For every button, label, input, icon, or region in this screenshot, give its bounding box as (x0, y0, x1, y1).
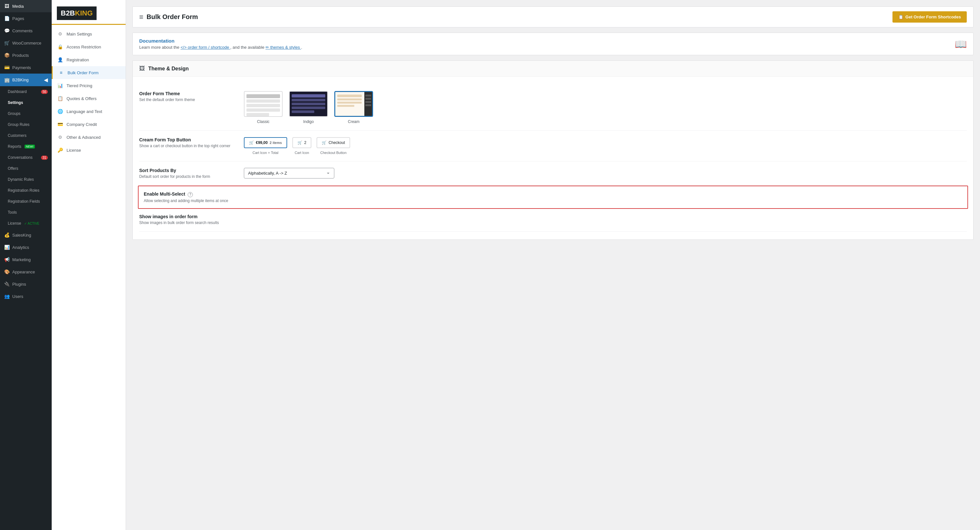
theme-design-section: 🖼 Theme & Design Order Form Theme Set th… (132, 60, 974, 240)
order-form-link[interactable]: </> order form / shortcode (181, 45, 230, 50)
main-content: ≡ Bulk Order Form 📋 Get Order Form Short… (126, 0, 980, 530)
settings-icon: ⚙ (57, 31, 63, 37)
indigo-label: Indigo (303, 119, 314, 124)
sidebar-item-conversations[interactable]: Conversations 31 (0, 152, 52, 163)
indigo-preview (289, 91, 328, 117)
multi-select-label-col: Enable Multi-Select ? Allow selecting an… (144, 191, 241, 203)
themes-styles-link[interactable]: ✏ themes & styles (266, 45, 301, 50)
sidebar-item-license[interactable]: License ✓ ACTIVE (0, 218, 52, 229)
sidebar-item-plugins[interactable]: 🔌 Plugins (0, 278, 52, 290)
order-form-theme-row: Order Form Theme Set the default order f… (139, 84, 967, 131)
cream-sidebar-strip (364, 92, 372, 116)
show-images-control (244, 214, 967, 219)
sort-select[interactable]: Alphabetically, A -> Z Alphabetically, Z… (244, 168, 334, 178)
order-form-theme-desc: Set the default order form theme (139, 97, 236, 102)
sidebar-item-reports[interactable]: Reports NEW! (0, 141, 52, 152)
quotes-icon: 📋 (57, 95, 63, 102)
language-icon: 🌐 (57, 108, 63, 114)
nav-item-other-advanced[interactable]: ⚙ Other & Advanced (52, 131, 126, 144)
multi-select-control (248, 191, 962, 196)
person-icon: 👤 (57, 57, 63, 63)
sort-label-col: Sort Products By Default sort order for … (139, 168, 236, 179)
theme-indigo[interactable]: Indigo (289, 91, 328, 124)
left-sidebar: 🖼 Media 📄 Pages 💬 Comments 🛒 WooCommerce… (0, 0, 52, 530)
sidebar-item-customers[interactable]: Customers (0, 130, 52, 141)
nav-item-tiered-pricing[interactable]: 📊 Tiered Pricing (52, 79, 126, 92)
sidebar-item-salesking[interactable]: 💰 SalesKing (0, 229, 52, 241)
salesking-icon: 💰 (4, 232, 10, 238)
b2bking-icon: 🏢 (4, 77, 10, 83)
section-icon: 🖼 (139, 65, 145, 72)
nav-item-registration[interactable]: 👤 Registration (52, 53, 126, 66)
nav-item-company-credit[interactable]: 💳 Company Credit (52, 118, 126, 131)
cart-icon: 🛒 (249, 140, 254, 145)
btn-checkout[interactable]: 🛒 Checkout Checkout Button (317, 137, 350, 155)
sidebar-item-comments[interactable]: 💬 Comments (0, 25, 52, 37)
sidebar-item-analytics[interactable]: 📊 Analytics (0, 241, 52, 253)
sidebar-item-woocommerce[interactable]: 🛒 WooCommerce (0, 37, 52, 49)
theme-label-col: Order Form Theme Set the default order f… (139, 91, 236, 102)
appearance-icon: 🎨 (4, 269, 10, 275)
analytics-icon: 📊 (4, 244, 10, 250)
new-badge: NEW! (25, 144, 35, 149)
theme-cream[interactable]: Cream (334, 91, 373, 124)
section-title: Theme & Design (148, 66, 189, 71)
cart-icon2: 🛒 (298, 140, 302, 145)
sort-control: Alphabetically, A -> Z Alphabetically, Z… (244, 168, 967, 178)
b2bking-logo[interactable]: B2BKING (57, 6, 97, 20)
sidebar-item-products[interactable]: 📦 Products (0, 49, 52, 61)
cart-icon-preview: 🛒 2 (292, 137, 312, 148)
cart-total-label: Cart Icon + Total (253, 151, 278, 155)
page-title: Bulk Order Form (146, 13, 198, 21)
sidebar-item-tools[interactable]: Tools (0, 207, 52, 218)
nav-item-bulk-order-form[interactable]: ≡ Bulk Order Form (52, 66, 126, 79)
sidebar-item-registration-roles[interactable]: Registration Roles (0, 185, 52, 196)
nav-item-language-text[interactable]: 🌐 Language and Text (52, 105, 126, 118)
shortcodes-btn-icon: 📋 (898, 14, 904, 19)
sidebar-item-offers[interactable]: Offers (0, 163, 52, 174)
sidebar-item-dynamic-rules[interactable]: Dynamic Rules (0, 174, 52, 185)
cream-btn-desc: Show a cart or checkout button in the to… (139, 144, 236, 148)
cream-btn-label-col: Cream Form Top Button Show a cart or che… (139, 137, 236, 148)
sidebar-item-users[interactable]: 👥 Users (0, 290, 52, 302)
sidebar-item-appearance[interactable]: 🎨 Appearance (0, 266, 52, 278)
theme-classic[interactable]: Classic (244, 91, 283, 124)
products-icon: 📦 (4, 52, 10, 58)
documentation-icon: 📖 (955, 38, 967, 50)
media-icon: 🖼 (4, 3, 10, 9)
users-icon: 👥 (4, 294, 10, 299)
sidebar-item-registration-fields[interactable]: Registration Fields (0, 196, 52, 207)
theme-options: Classic Indigo (244, 91, 373, 124)
payments-icon: 💳 (4, 65, 10, 70)
checkout-label: Checkout Button (320, 151, 346, 155)
multi-select-help-icon[interactable]: ? (188, 192, 193, 197)
btn-cart-icon[interactable]: 🛒 2 Cart Icon (292, 137, 312, 155)
doc-card-title: Documentation (139, 38, 302, 44)
sidebar-item-marketing[interactable]: 📢 Marketing (0, 253, 52, 266)
sidebar-item-settings[interactable]: Settings (0, 97, 52, 108)
nav-item-quotes-offers[interactable]: 📋 Quotes & Offers (52, 92, 126, 105)
nav-item-license[interactable]: 🔑 License (52, 144, 126, 157)
page-header: ≡ Bulk Order Form 📋 Get Order Form Short… (132, 6, 974, 27)
tiered-pricing-icon: 📊 (57, 82, 63, 89)
sort-products-row: Sort Products By Default sort order for … (139, 161, 967, 186)
sidebar-item-groups[interactable]: Groups (0, 108, 52, 119)
cream-preview (334, 91, 373, 117)
get-shortcodes-button[interactable]: 📋 Get Order Form Shortcodes (892, 11, 967, 22)
sidebar-item-payments[interactable]: 💳 Payments (0, 61, 52, 74)
nav-item-access-restriction[interactable]: 🔒 Access Restriction (52, 40, 126, 53)
pages-icon: 📄 (4, 16, 10, 21)
show-images-label-col: Show images in order form Show images in… (139, 214, 236, 225)
section-header: 🖼 Theme & Design (133, 61, 973, 77)
sidebar-item-pages[interactable]: 📄 Pages (0, 12, 52, 25)
checkout-preview: 🛒 Checkout (317, 137, 350, 148)
sidebar-item-group-rules[interactable]: Group Rules (0, 119, 52, 130)
sidebar-item-b2bking[interactable]: 🏢 B2BKing ◀ (0, 74, 52, 86)
nav-item-main-settings[interactable]: ⚙ Main Settings (52, 27, 126, 40)
sidebar-item-media[interactable]: 🖼 Media (0, 0, 52, 12)
section-body: Order Form Theme Set the default order f… (133, 77, 973, 240)
plugins-icon: 🔌 (4, 281, 10, 287)
btn-cart-total[interactable]: 🛒 €99,00 2 items Cart Icon + Total (244, 137, 287, 155)
sidebar-item-dashboard[interactable]: Dashboard 56 (0, 86, 52, 97)
advanced-icon: ⚙ (57, 134, 63, 140)
